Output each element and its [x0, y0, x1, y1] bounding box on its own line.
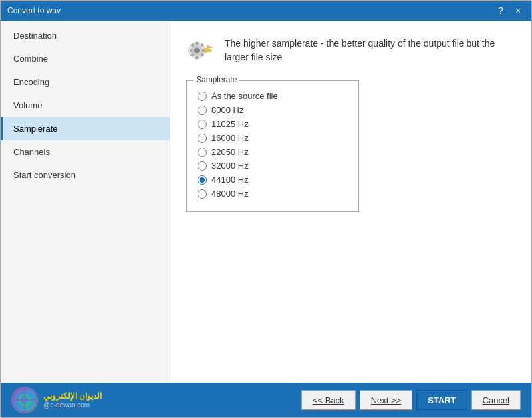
svg-rect-12	[205, 49, 211, 52]
svg-rect-5	[202, 49, 205, 52]
window-title: Convert to wav	[7, 6, 61, 15]
svg-rect-3	[195, 56, 198, 59]
radio-option-16000hz[interactable]: 16000 Hz	[198, 131, 348, 145]
main-content: The higher samplerate - the better quali…	[170, 21, 531, 383]
svg-rect-4	[190, 49, 192, 52]
sidebar: DestinationCombineEncodingVolumeSamplera…	[1, 21, 170, 383]
back-button[interactable]: << Back	[301, 390, 356, 410]
main-window: Convert to wav ? × DestinationCombineEnc…	[0, 0, 532, 418]
radio-label-44100hz: 44100 Hz	[211, 175, 249, 185]
convert-icon	[186, 34, 215, 67]
radio-label-16000hz: 16000 Hz	[211, 133, 249, 143]
radio-input-44100hz[interactable]	[198, 175, 207, 185]
radio-option-8000hz[interactable]: 8000 Hz	[198, 103, 348, 117]
svg-marker-13	[207, 45, 213, 49]
samplerate-box: Samplerate As the source file8000 Hz1102…	[186, 80, 359, 212]
svg-rect-2	[195, 42, 198, 45]
footer-buttons: << Back Next >> START Cancel	[301, 390, 521, 410]
radio-input-48000hz[interactable]	[198, 189, 207, 199]
radio-options-container: As the source file8000 Hz11025 Hz16000 H…	[198, 89, 348, 201]
cancel-button[interactable]: Cancel	[471, 390, 521, 410]
sidebar-item-channels[interactable]: Channels	[1, 140, 170, 163]
radio-label-48000hz: 48000 Hz	[211, 189, 249, 199]
radio-option-48000hz[interactable]: 48000 Hz	[198, 187, 348, 201]
radio-option-32000hz[interactable]: 32000 Hz	[198, 159, 348, 173]
footer-logo-text: الديوان الإلكتروني	[43, 391, 102, 402]
sidebar-item-start-conversion[interactable]: Start conversion	[1, 163, 170, 187]
content-area: DestinationCombineEncodingVolumeSamplera…	[1, 21, 531, 383]
footer-logo-icon	[11, 387, 38, 413]
radio-input-22050hz[interactable]	[198, 148, 207, 157]
header-description: The higher samplerate - the better quali…	[225, 37, 515, 64]
svg-point-10	[194, 48, 200, 54]
help-button[interactable]: ?	[494, 4, 507, 17]
radio-label-11025hz: 11025 Hz	[211, 119, 249, 129]
start-button[interactable]: START	[416, 390, 467, 410]
radio-input-11025hz[interactable]	[198, 120, 207, 129]
footer: الديوان الإلكتروني @e-dewan.com << Back …	[1, 383, 531, 417]
header-section: The higher samplerate - the better quali…	[186, 34, 515, 67]
radio-option-22050hz[interactable]: 22050 Hz	[198, 145, 348, 159]
radio-option-as-source[interactable]: As the source file	[198, 89, 348, 103]
close-button[interactable]: ×	[511, 4, 525, 17]
titlebar-buttons: ? ×	[494, 4, 525, 17]
radio-label-as-source: As the source file	[211, 91, 278, 101]
radio-input-16000hz[interactable]	[198, 134, 207, 143]
sidebar-item-destination[interactable]: Destination	[1, 24, 170, 47]
sidebar-item-volume[interactable]: Volume	[1, 94, 170, 117]
footer-logo-sub: @e-dewan.com	[43, 401, 102, 409]
titlebar: Convert to wav ? ×	[1, 1, 531, 21]
sidebar-item-combine[interactable]: Combine	[1, 47, 170, 70]
samplerate-legend: Samplerate	[194, 75, 239, 84]
radio-input-as-source[interactable]	[198, 92, 207, 101]
radio-option-11025hz[interactable]: 11025 Hz	[198, 117, 348, 131]
radio-label-32000hz: 32000 Hz	[211, 161, 249, 171]
footer-logo: الديوان الإلكتروني @e-dewan.com	[11, 387, 102, 413]
radio-option-44100hz[interactable]: 44100 Hz	[198, 173, 348, 187]
footer-logo-text-container: الديوان الإلكتروني @e-dewan.com	[43, 391, 102, 409]
sidebar-item-samplerate[interactable]: Samplerate	[1, 117, 170, 140]
radio-input-32000hz[interactable]	[198, 161, 207, 171]
radio-input-8000hz[interactable]	[198, 106, 207, 115]
radio-label-22050hz: 22050 Hz	[211, 147, 249, 157]
radio-label-8000hz: 8000 Hz	[211, 105, 243, 115]
sidebar-item-encoding[interactable]: Encoding	[1, 70, 170, 94]
next-button[interactable]: Next >>	[360, 390, 413, 410]
